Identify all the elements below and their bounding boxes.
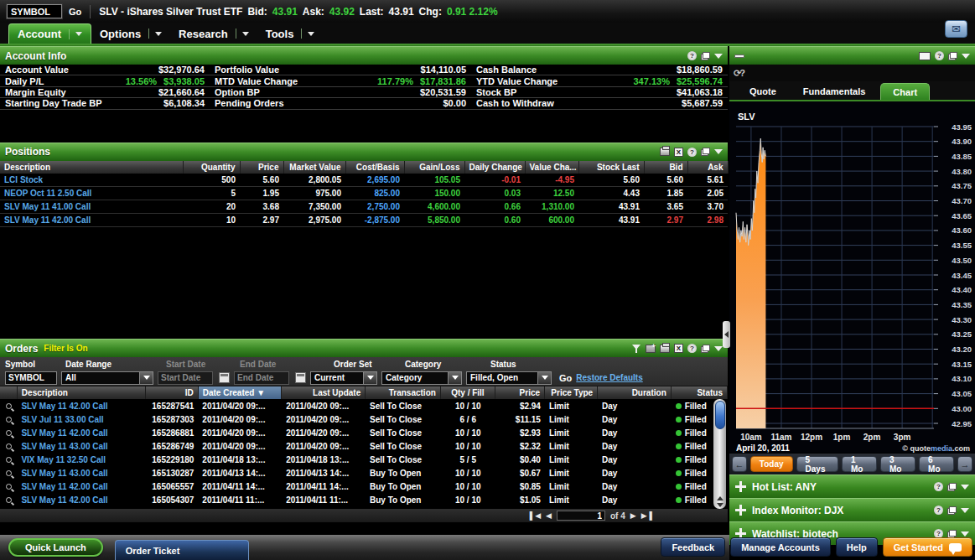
table-row[interactable]: SLV May 11 42.00 Call102.972,975.00-2,87… [0, 214, 728, 227]
menu-item-account[interactable]: Account [8, 23, 91, 44]
range-scroll-right-icon[interactable]: → [957, 456, 972, 472]
slv-intraday-chart[interactable]: 43.9543.9043.8543.8043.7543.7043.6543.60… [729, 101, 975, 453]
column-header[interactable]: Qty / Fill [440, 386, 495, 399]
column-header[interactable]: Price [240, 161, 283, 174]
date-range-dropdown[interactable]: All [61, 371, 153, 385]
broken-link-icon[interactable]: ⟳? [734, 68, 744, 79]
menu-item-options[interactable]: Options [91, 23, 170, 44]
symbol-input[interactable] [7, 4, 62, 18]
collapse-icon[interactable] [961, 531, 969, 537]
scrollbar-thumb[interactable] [715, 401, 725, 429]
orders-symbol-input[interactable] [5, 371, 57, 385]
collapse-icon[interactable] [714, 346, 723, 351]
last-page-button[interactable]: ▶▐ [641, 511, 652, 520]
end-date-input[interactable] [234, 371, 289, 385]
order-set-dropdown[interactable]: Current [310, 371, 377, 385]
popout-icon[interactable] [947, 506, 957, 515]
menu-item-tools[interactable]: Tools [257, 23, 324, 44]
collapse-icon[interactable] [961, 508, 969, 513]
next-page-button[interactable]: ▶ [630, 511, 636, 520]
export-excel-icon[interactable]: X [674, 344, 683, 353]
help-icon[interactable]: ? [934, 506, 943, 515]
filter-icon[interactable] [632, 344, 641, 353]
collapse-icon[interactable] [962, 54, 970, 59]
column-header[interactable]: Market Value [283, 161, 345, 174]
column-header[interactable]: Ask [687, 161, 728, 174]
column-header[interactable]: Price [495, 386, 545, 399]
help-button[interactable]: Help [836, 537, 878, 557]
status-dropdown[interactable]: Filled, Open [466, 371, 552, 385]
calendar-icon[interactable] [295, 372, 306, 383]
column-header[interactable]: Transaction [366, 386, 441, 399]
scroll-up-icon[interactable] [717, 496, 723, 500]
columns-icon[interactable] [646, 345, 656, 353]
column-header[interactable]: Description [17, 386, 145, 399]
column-header[interactable]: Stock Last [578, 161, 644, 174]
range-button-today[interactable]: Today [750, 456, 793, 472]
tab-fundamentals[interactable]: Fundamentals [791, 83, 878, 100]
manage-accounts-button[interactable]: Manage Accounts [730, 537, 831, 557]
table-row[interactable]: SLV May 11 42.00 Call1650655572011/04/11… [0, 480, 728, 493]
column-header[interactable]: Bid [644, 161, 687, 174]
magnifier-icon[interactable] [6, 430, 12, 436]
table-row[interactable]: LCI Stock5005.602,800.052,695.00105.05-0… [0, 174, 728, 187]
column-resize-handle[interactable] [723, 321, 730, 348]
table-row[interactable]: SLV Jul 11 33.00 Call1652873032011/04/20… [0, 412, 728, 426]
panel-hot-list[interactable]: Hot List: ANY? [729, 474, 975, 498]
magnifier-icon[interactable] [6, 470, 12, 476]
popout-icon[interactable] [701, 345, 710, 353]
popout-icon[interactable] [947, 483, 957, 491]
range-button-6-mo[interactable]: 6 Mo [919, 456, 954, 472]
table-row[interactable]: VIX May 11 32.50 Call1652291802011/04/18… [0, 453, 728, 466]
table-row[interactable]: SLV May 11 43.00 Call1652867492011/04/20… [0, 439, 728, 453]
print-icon[interactable] [660, 148, 670, 156]
column-header[interactable]: Status [671, 386, 727, 399]
column-header[interactable]: Value Cha... [525, 161, 578, 174]
get-started-button[interactable]: Get Started [883, 537, 972, 557]
print-icon[interactable] [660, 345, 670, 353]
table-row[interactable]: SLV May 11 41.00 Call203.687,350.002,750… [0, 200, 728, 214]
prev-page-button[interactable]: ◀ [546, 511, 552, 520]
magnifier-icon[interactable] [6, 443, 12, 449]
order-ticket-tab[interactable]: Order Ticket [115, 540, 249, 560]
first-page-button[interactable]: ▌◀ [530, 511, 541, 520]
expand-plus-icon[interactable] [735, 481, 746, 492]
quick-launch-button[interactable]: Quick Launch [8, 538, 103, 557]
range-button-5-days[interactable]: 5 Days [796, 456, 838, 472]
collapse-icon[interactable] [714, 149, 723, 154]
help-icon[interactable]: ? [687, 148, 697, 157]
scroll-down-icon[interactable] [717, 503, 723, 507]
chart-line-icon[interactable] [919, 52, 931, 60]
feedback-button[interactable]: Feedback [661, 537, 725, 557]
popout-icon[interactable] [947, 530, 957, 538]
help-icon[interactable]: ? [935, 51, 944, 60]
start-date-input[interactable] [158, 371, 213, 385]
column-header[interactable]: Duration [598, 386, 672, 399]
tab-chart[interactable]: Chart [880, 83, 930, 100]
mail-icon[interactable]: ✉ [945, 20, 967, 38]
range-scroll-left-icon[interactable]: ← [732, 456, 747, 472]
column-header[interactable]: Cost/Basis [345, 161, 404, 174]
table-row[interactable]: NEOP Oct 11 2.50 Call51.95975.00825.0015… [0, 187, 728, 200]
help-icon[interactable]: ? [687, 344, 697, 353]
go-button[interactable]: Go [69, 7, 81, 17]
column-header[interactable]: Last Update [282, 386, 366, 399]
panel-index-monitor[interactable]: Index Monitor: DJX? [729, 498, 975, 521]
price-chart[interactable]: 43.9543.9043.8543.8043.7543.7043.6543.60… [729, 101, 975, 453]
collapse-icon[interactable] [961, 485, 969, 490]
tab-quote[interactable]: Quote [738, 83, 788, 100]
column-header[interactable]: Description [0, 161, 183, 174]
filter-go-button[interactable]: Go [559, 373, 572, 383]
magnifier-icon[interactable] [6, 484, 12, 490]
page-number-input[interactable] [557, 511, 605, 521]
calendar-icon[interactable] [219, 372, 230, 383]
popout-icon[interactable] [701, 52, 710, 60]
column-header[interactable]: Price Type [545, 386, 598, 399]
column-header[interactable] [0, 386, 17, 399]
collapse-icon[interactable] [714, 54, 723, 59]
table-row[interactable]: SLV May 11 42.00 Call1652868812011/04/20… [0, 426, 728, 439]
range-button-3-mo[interactable]: 3 Mo [880, 456, 915, 472]
table-row[interactable]: SLV May 11 43.00 Call1651302872011/04/13… [0, 466, 728, 480]
export-excel-icon[interactable]: X [674, 148, 683, 157]
table-row[interactable]: SLV May 11 42.00 Call1650543072011/04/11… [0, 493, 728, 506]
